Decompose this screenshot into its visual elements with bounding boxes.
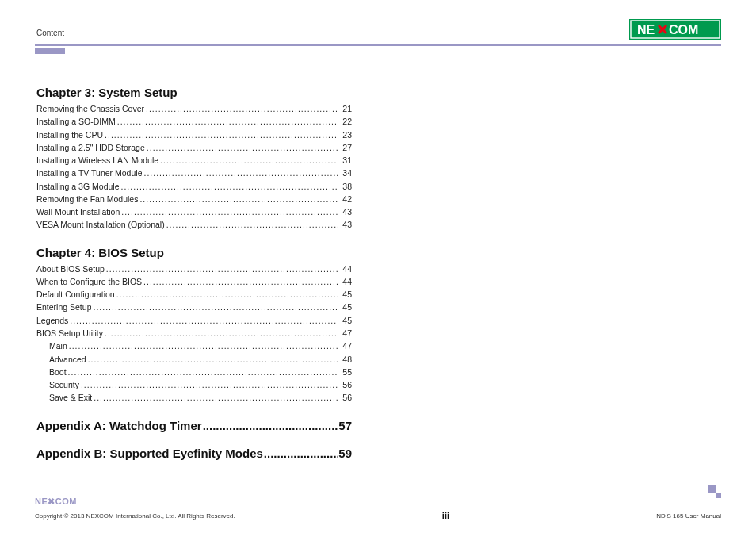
toc-entry: Main47 [36, 339, 352, 352]
page-number: 45 [338, 288, 352, 301]
table-of-contents: Chapter 3: System Setup Removing the Cha… [35, 86, 352, 460]
toc-label: Installing a Wireless LAN Module [36, 154, 158, 167]
header-divider [35, 44, 721, 46]
appendix-entry: Appendix B: Supported Eyefinity Modes 59 [36, 447, 352, 460]
dot-leader [119, 180, 338, 193]
toc-entry: Entering Setup45 [36, 301, 352, 313]
page-number: 31 [338, 154, 352, 167]
chapter-heading: Chapter 3: System Setup [36, 86, 352, 99]
page-number: 47 [338, 327, 352, 339]
dot-leader [67, 339, 338, 352]
page-number: 55 [338, 366, 352, 378]
toc-entry: Default Configuration45 [36, 288, 352, 301]
toc-entry: Installing a 2.5" HDD Storage27 [36, 141, 352, 154]
dot-leader [92, 391, 338, 404]
toc-label: Legends [36, 314, 68, 327]
page-number: 44 [338, 275, 352, 288]
toc-entry: When to Configure the BIOS44 [36, 275, 352, 288]
page-number: 21 [338, 102, 352, 115]
page-number-label: iii [442, 511, 449, 520]
toc-label: Main [36, 339, 67, 352]
toc-label: Installing the CPU [36, 128, 103, 141]
appendix-entry: Appendix A: Watchdog Timer 57 [36, 419, 352, 432]
svg-text:NE: NE [637, 23, 655, 36]
page-number: 38 [338, 180, 352, 193]
dot-leader [202, 419, 339, 432]
toc-label: Removing the Fan Modules [36, 193, 138, 205]
toc-entry: Installing a TV Tuner Module34 [36, 167, 352, 179]
page-number: 22 [338, 115, 352, 128]
page-number: 56 [338, 378, 352, 391]
appendix-label: Appendix A: Watchdog Timer [36, 419, 202, 432]
header-tab-marker [35, 48, 65, 54]
toc-entry: Installing a SO-DIMM22 [36, 115, 352, 128]
svg-rect-6 [708, 485, 716, 493]
chapter-3-items: Removing the Chassis Cover21Installing a… [36, 102, 352, 232]
toc-entry: VESA Mount Installation (Optional)43 [36, 218, 352, 231]
toc-entry: Advanced48 [36, 353, 352, 366]
toc-label: Wall Mount Installation [36, 205, 120, 218]
dot-leader [79, 378, 338, 391]
dot-leader [86, 353, 338, 366]
page-number: 59 [338, 447, 352, 460]
page-number: 23 [338, 128, 352, 141]
footer-brand: NE✖COM [35, 497, 721, 507]
header-section-label: Content [35, 29, 64, 40]
toc-label: When to Configure the BIOS [36, 275, 142, 288]
toc-label: Boot [36, 366, 67, 378]
toc-label: Installing a TV Tuner Module [36, 167, 142, 179]
toc-label: BIOS Setup Utility [36, 327, 103, 339]
page-number: 56 [338, 391, 352, 404]
chapter-heading: Chapter 4: BIOS Setup [36, 246, 352, 259]
dot-leader [142, 167, 338, 179]
toc-label: Installing a 2.5" HDD Storage [36, 141, 145, 154]
page-number: 45 [338, 301, 352, 313]
page-number: 34 [338, 167, 352, 179]
toc-entry: Save & Exit56 [36, 391, 352, 404]
dot-leader [67, 366, 338, 378]
manual-name: NDiS 165 User Manual [656, 512, 721, 520]
brand-logo: NE COM [629, 19, 721, 40]
dot-leader [103, 128, 338, 141]
dot-leader [103, 327, 338, 339]
page-number: 57 [338, 419, 352, 432]
page-footer: NE✖COM Copyright © 2013 NEXCOM Internati… [35, 497, 721, 520]
dot-leader [144, 102, 338, 115]
toc-entry: Installing the CPU23 [36, 128, 352, 141]
toc-label: VESA Mount Installation (Optional) [36, 218, 165, 231]
dot-leader [165, 218, 338, 231]
toc-label: Installing a SO-DIMM [36, 115, 116, 128]
page-number: 44 [338, 263, 352, 275]
page-number: 47 [338, 339, 352, 352]
svg-text:COM: COM [669, 23, 698, 36]
toc-entry: BIOS Setup Utility47 [36, 327, 352, 339]
toc-entry: Boot55 [36, 366, 352, 378]
toc-label: Entering Setup [36, 301, 91, 313]
dot-leader [120, 205, 338, 218]
page-number: 43 [338, 205, 352, 218]
page-number: 27 [338, 141, 352, 154]
page-number: 42 [338, 193, 352, 205]
toc-label: About BIOS Setup [36, 263, 105, 275]
dot-leader [115, 288, 338, 301]
toc-entry: Legends45 [36, 314, 352, 327]
dot-leader [145, 141, 338, 154]
toc-entry: Security56 [36, 378, 352, 391]
appendix-label: Appendix B: Supported Eyefinity Modes [36, 447, 263, 460]
dot-leader [105, 263, 338, 275]
footer-divider [35, 508, 721, 508]
toc-label: Advanced [36, 353, 86, 366]
page-header: Content NE COM [35, 19, 721, 40]
toc-entry: About BIOS Setup44 [36, 263, 352, 275]
footer-corner-icon [708, 485, 721, 501]
toc-label: Save & Exit [36, 391, 92, 404]
dot-leader [158, 154, 338, 167]
svg-rect-7 [716, 493, 721, 498]
copyright-text: Copyright © 2013 NEXCOM International Co… [35, 512, 235, 520]
dot-leader [116, 115, 338, 128]
dot-leader [142, 275, 338, 288]
toc-entry: Removing the Fan Modules42 [36, 193, 352, 205]
toc-entry: Installing a 3G Module38 [36, 180, 352, 193]
toc-label: Removing the Chassis Cover [36, 102, 144, 115]
chapter-4-items: About BIOS Setup44When to Configure the … [36, 263, 352, 405]
